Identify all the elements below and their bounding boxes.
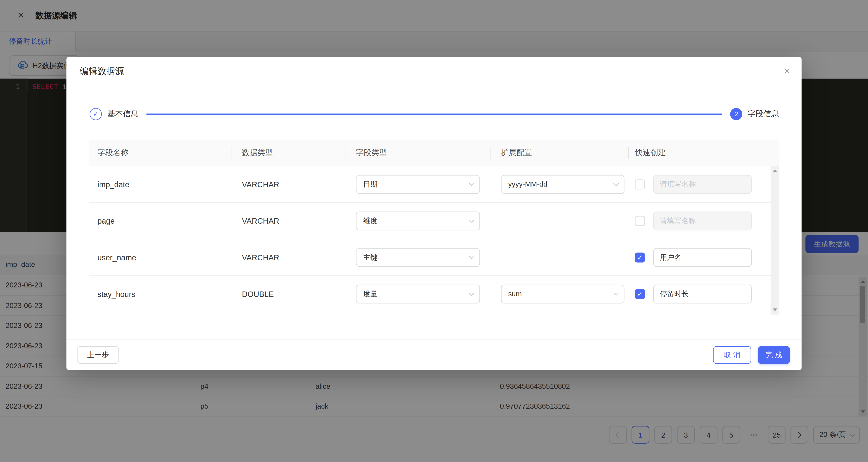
header-field-name: 字段名称 (89, 140, 231, 166)
chevron-down-icon (613, 290, 619, 296)
step-connector-line (146, 114, 722, 115)
chevron-down-icon (469, 217, 474, 222)
field-type-select[interactable]: 度量 (356, 284, 480, 303)
previous-step-button[interactable]: 上一步 (77, 346, 119, 364)
select-value: sum (508, 290, 522, 298)
field-data-type: VARCHAR (231, 239, 345, 275)
header-field-type: 字段类型 (345, 140, 490, 166)
field-data-type: VARCHAR (231, 166, 345, 202)
field-row-page: page VARCHAR 维度 (89, 203, 779, 239)
select-value: 度量 (363, 289, 378, 299)
quick-name-input[interactable] (653, 175, 752, 193)
field-row-user-name: user_name VARCHAR 主键 (89, 239, 779, 276)
chevron-down-icon (469, 254, 474, 259)
select-value: 日期 (363, 179, 378, 189)
chevron-down-icon (613, 181, 619, 186)
header-ext-config: 扩展配置 (490, 140, 628, 166)
ext-config-select[interactable]: sum (501, 284, 624, 303)
field-name: stay_hours (89, 276, 231, 312)
chevron-down-icon (469, 181, 474, 186)
done-button[interactable]: 完 成 (758, 346, 790, 364)
fields-table-body: imp_date VARCHAR 日期 yyyy-MM-dd (89, 166, 779, 314)
field-name: imp_date (89, 166, 231, 202)
field-type-select[interactable]: 主键 (356, 248, 480, 267)
cancel-button[interactable]: 取 消 (713, 346, 751, 364)
modal-table-scrollbar[interactable] (771, 166, 779, 314)
app-root: ✕ 数据源编辑 停留时长统计 H2数据实例 1 SELECT imp (0, 0, 868, 462)
modal-footer: 上一步 取 消 完 成 (66, 339, 802, 370)
field-name: user_name (89, 239, 231, 275)
ext-config-select[interactable]: yyyy-MM-dd (501, 175, 624, 193)
edit-datasource-modal: 编辑数据源 ✕ ✓ 基本信息 2 字段信息 字段名称 数据类型 字段类型 扩展配… (66, 57, 802, 370)
field-row-stay-hours: stay_hours DOUBLE 度量 sum (89, 276, 779, 312)
step-2-label: 字段信息 (748, 109, 779, 119)
field-row-imp-date: imp_date VARCHAR 日期 yyyy-MM-dd (89, 166, 779, 203)
quick-create-checkbox[interactable] (635, 252, 645, 262)
quick-create-checkbox[interactable] (635, 179, 645, 189)
fields-table: 字段名称 数据类型 字段类型 扩展配置 快速创建 imp_date VARCHA… (89, 140, 779, 314)
field-type-select[interactable]: 日期 (356, 175, 480, 193)
quick-name-input[interactable] (653, 248, 752, 267)
field-name: page (89, 203, 231, 239)
steps-indicator: ✓ 基本信息 2 字段信息 (90, 103, 779, 125)
select-value: yyyy-MM-dd (508, 180, 547, 188)
quick-name-input[interactable] (653, 211, 752, 230)
modal-title: 编辑数据源 (80, 57, 124, 86)
field-type-select[interactable]: 维度 (356, 211, 480, 230)
chevron-down-icon (469, 290, 474, 296)
step-2-number: 2 (730, 108, 742, 120)
modal-close-icon[interactable]: ✕ (783, 57, 790, 86)
header-quick-create: 快速创建 (628, 140, 780, 166)
fields-table-header: 字段名称 数据类型 字段类型 扩展配置 快速创建 (89, 140, 779, 166)
quick-name-input[interactable] (653, 284, 752, 303)
field-data-type: VARCHAR (231, 203, 345, 239)
header-data-type: 数据类型 (231, 140, 345, 166)
scroll-down-icon[interactable] (773, 308, 777, 311)
quick-create-checkbox[interactable] (635, 289, 645, 299)
modal-header: 编辑数据源 ✕ (66, 57, 802, 86)
step-1-label: 基本信息 (107, 109, 138, 119)
select-value: 主键 (363, 252, 378, 262)
scroll-up-icon[interactable] (773, 170, 777, 172)
step-1-check-icon: ✓ (90, 108, 102, 120)
select-value: 维度 (363, 216, 378, 226)
field-data-type: DOUBLE (231, 276, 345, 312)
quick-create-checkbox[interactable] (635, 216, 645, 226)
